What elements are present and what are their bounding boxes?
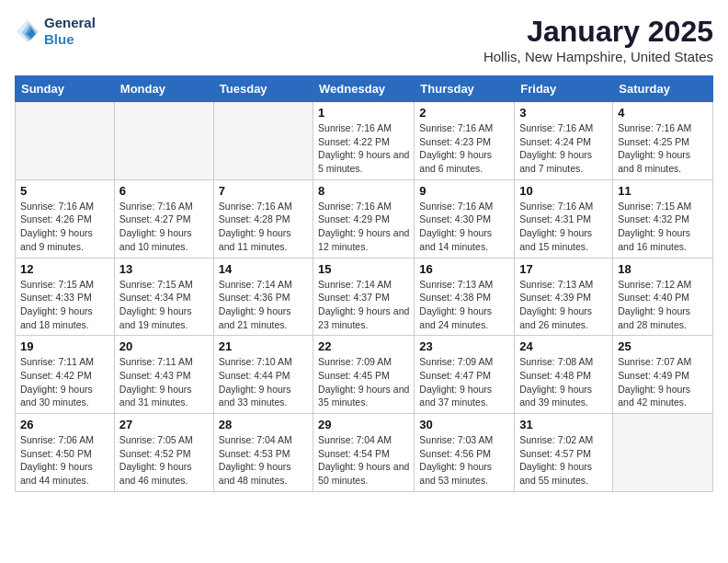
day-info: Sunrise: 7:08 AM Sunset: 4:48 PM Dayligh… [519, 355, 608, 409]
calendar-cell: 12Sunrise: 7:15 AM Sunset: 4:33 PM Dayli… [16, 258, 115, 336]
calendar-cell: 1Sunrise: 7:16 AM Sunset: 4:22 PM Daylig… [313, 102, 415, 180]
calendar-cell: 30Sunrise: 7:03 AM Sunset: 4:56 PM Dayli… [415, 414, 515, 492]
day-number: 18 [618, 262, 708, 276]
day-number: 28 [219, 418, 308, 431]
day-number: 6 [119, 184, 209, 198]
weekday-header: Friday [515, 76, 613, 102]
calendar-cell: 27Sunrise: 7:05 AM Sunset: 4:52 PM Dayli… [114, 414, 213, 492]
calendar-cell: 13Sunrise: 7:15 AM Sunset: 4:34 PM Dayli… [114, 258, 213, 336]
day-info: Sunrise: 7:15 AM Sunset: 4:33 PM Dayligh… [20, 278, 109, 332]
calendar-cell: 10Sunrise: 7:16 AM Sunset: 4:31 PM Dayli… [515, 179, 613, 258]
day-info: Sunrise: 7:16 AM Sunset: 4:27 PM Dayligh… [119, 200, 209, 254]
day-number: 5 [20, 184, 109, 198]
day-number: 23 [419, 339, 509, 353]
calendar-cell [16, 102, 115, 180]
location: Hollis, New Hampshire, United States [483, 49, 713, 64]
day-number: 25 [618, 339, 708, 353]
day-info: Sunrise: 7:16 AM Sunset: 4:23 PM Dayligh… [419, 121, 509, 176]
calendar-cell: 14Sunrise: 7:14 AM Sunset: 4:36 PM Dayli… [213, 258, 313, 336]
day-number: 17 [519, 262, 608, 276]
calendar-cell: 3Sunrise: 7:16 AM Sunset: 4:24 PM Daylig… [515, 102, 613, 180]
day-number: 12 [20, 262, 109, 276]
page-header: General Blue January 2025 Hollis, New Ha… [15, 15, 713, 64]
month-title: January 2025 [483, 15, 713, 49]
calendar-week-row: 19Sunrise: 7:11 AM Sunset: 4:42 PM Dayli… [16, 336, 713, 414]
calendar-cell: 23Sunrise: 7:09 AM Sunset: 4:47 PM Dayli… [415, 336, 515, 414]
calendar-week-row: 5Sunrise: 7:16 AM Sunset: 4:26 PM Daylig… [16, 179, 713, 258]
weekday-header: Tuesday [213, 76, 313, 102]
weekday-header: Saturday [613, 76, 713, 102]
day-info: Sunrise: 7:07 AM Sunset: 4:49 PM Dayligh… [618, 355, 708, 409]
calendar-week-row: 1Sunrise: 7:16 AM Sunset: 4:22 PM Daylig… [16, 102, 713, 180]
day-number: 7 [219, 184, 308, 198]
calendar-cell: 9Sunrise: 7:16 AM Sunset: 4:30 PM Daylig… [415, 179, 515, 258]
calendar-cell: 25Sunrise: 7:07 AM Sunset: 4:49 PM Dayli… [613, 336, 713, 414]
day-number: 9 [419, 184, 509, 198]
logo: General Blue [15, 15, 96, 48]
day-number: 11 [618, 184, 708, 198]
day-number: 1 [318, 106, 409, 120]
day-number: 10 [519, 184, 608, 198]
calendar-table: SundayMondayTuesdayWednesdayThursdayFrid… [15, 75, 713, 492]
day-info: Sunrise: 7:16 AM Sunset: 4:28 PM Dayligh… [219, 200, 308, 254]
day-info: Sunrise: 7:16 AM Sunset: 4:24 PM Dayligh… [519, 121, 608, 176]
day-number: 27 [119, 418, 209, 431]
day-info: Sunrise: 7:11 AM Sunset: 4:43 PM Dayligh… [119, 355, 209, 409]
calendar-cell: 17Sunrise: 7:13 AM Sunset: 4:39 PM Dayli… [515, 258, 613, 336]
calendar-cell: 2Sunrise: 7:16 AM Sunset: 4:23 PM Daylig… [415, 102, 515, 180]
calendar-cell: 5Sunrise: 7:16 AM Sunset: 4:26 PM Daylig… [16, 179, 115, 258]
calendar-cell: 15Sunrise: 7:14 AM Sunset: 4:37 PM Dayli… [313, 258, 415, 336]
day-number: 29 [318, 418, 409, 431]
calendar-cell: 26Sunrise: 7:06 AM Sunset: 4:50 PM Dayli… [16, 414, 115, 492]
day-number: 24 [519, 339, 608, 353]
day-info: Sunrise: 7:13 AM Sunset: 4:38 PM Dayligh… [419, 278, 509, 332]
logo-icon [15, 18, 40, 44]
day-info: Sunrise: 7:12 AM Sunset: 4:40 PM Dayligh… [618, 278, 708, 332]
day-number: 4 [618, 106, 708, 120]
day-number: 30 [419, 418, 509, 431]
weekday-header: Sunday [16, 76, 115, 102]
day-info: Sunrise: 7:15 AM Sunset: 4:34 PM Dayligh… [119, 278, 209, 332]
logo-text: General Blue [44, 15, 96, 48]
day-number: 2 [419, 106, 509, 120]
calendar-cell: 24Sunrise: 7:08 AM Sunset: 4:48 PM Dayli… [515, 336, 613, 414]
calendar-cell: 22Sunrise: 7:09 AM Sunset: 4:45 PM Dayli… [313, 336, 415, 414]
day-number: 15 [318, 262, 409, 276]
day-number: 21 [219, 339, 308, 353]
calendar-cell: 28Sunrise: 7:04 AM Sunset: 4:53 PM Dayli… [213, 414, 313, 492]
day-info: Sunrise: 7:05 AM Sunset: 4:52 PM Dayligh… [119, 433, 209, 488]
calendar-cell: 4Sunrise: 7:16 AM Sunset: 4:25 PM Daylig… [613, 102, 713, 180]
day-number: 8 [318, 184, 409, 198]
day-info: Sunrise: 7:15 AM Sunset: 4:32 PM Dayligh… [618, 200, 708, 254]
weekday-header-row: SundayMondayTuesdayWednesdayThursdayFrid… [16, 76, 713, 102]
calendar-week-row: 12Sunrise: 7:15 AM Sunset: 4:33 PM Dayli… [16, 258, 713, 336]
calendar-cell: 6Sunrise: 7:16 AM Sunset: 4:27 PM Daylig… [114, 179, 213, 258]
calendar-cell: 18Sunrise: 7:12 AM Sunset: 4:40 PM Dayli… [613, 258, 713, 336]
calendar-cell: 31Sunrise: 7:02 AM Sunset: 4:57 PM Dayli… [515, 414, 613, 492]
day-info: Sunrise: 7:14 AM Sunset: 4:37 PM Dayligh… [318, 278, 409, 332]
calendar-cell: 16Sunrise: 7:13 AM Sunset: 4:38 PM Dayli… [415, 258, 515, 336]
day-number: 16 [419, 262, 509, 276]
day-info: Sunrise: 7:16 AM Sunset: 4:26 PM Dayligh… [20, 200, 109, 254]
calendar-cell: 8Sunrise: 7:16 AM Sunset: 4:29 PM Daylig… [313, 179, 415, 258]
calendar-cell: 11Sunrise: 7:15 AM Sunset: 4:32 PM Dayli… [613, 179, 713, 258]
calendar-cell [213, 102, 313, 180]
title-block: January 2025 Hollis, New Hampshire, Unit… [483, 15, 713, 64]
day-info: Sunrise: 7:09 AM Sunset: 4:45 PM Dayligh… [318, 355, 409, 409]
day-info: Sunrise: 7:06 AM Sunset: 4:50 PM Dayligh… [20, 433, 109, 488]
calendar-cell: 29Sunrise: 7:04 AM Sunset: 4:54 PM Dayli… [313, 414, 415, 492]
day-info: Sunrise: 7:14 AM Sunset: 4:36 PM Dayligh… [219, 278, 308, 332]
day-number: 3 [519, 106, 608, 120]
calendar-cell: 7Sunrise: 7:16 AM Sunset: 4:28 PM Daylig… [213, 179, 313, 258]
day-info: Sunrise: 7:10 AM Sunset: 4:44 PM Dayligh… [219, 355, 308, 409]
day-info: Sunrise: 7:16 AM Sunset: 4:25 PM Dayligh… [618, 121, 708, 176]
day-info: Sunrise: 7:16 AM Sunset: 4:29 PM Dayligh… [318, 200, 409, 254]
day-info: Sunrise: 7:16 AM Sunset: 4:22 PM Dayligh… [318, 121, 409, 176]
day-number: 13 [119, 262, 209, 276]
day-info: Sunrise: 7:16 AM Sunset: 4:30 PM Dayligh… [419, 200, 509, 254]
day-info: Sunrise: 7:03 AM Sunset: 4:56 PM Dayligh… [419, 433, 509, 488]
calendar-cell [114, 102, 213, 180]
day-info: Sunrise: 7:04 AM Sunset: 4:53 PM Dayligh… [219, 433, 308, 488]
day-info: Sunrise: 7:13 AM Sunset: 4:39 PM Dayligh… [519, 278, 608, 332]
calendar-cell [613, 414, 713, 492]
